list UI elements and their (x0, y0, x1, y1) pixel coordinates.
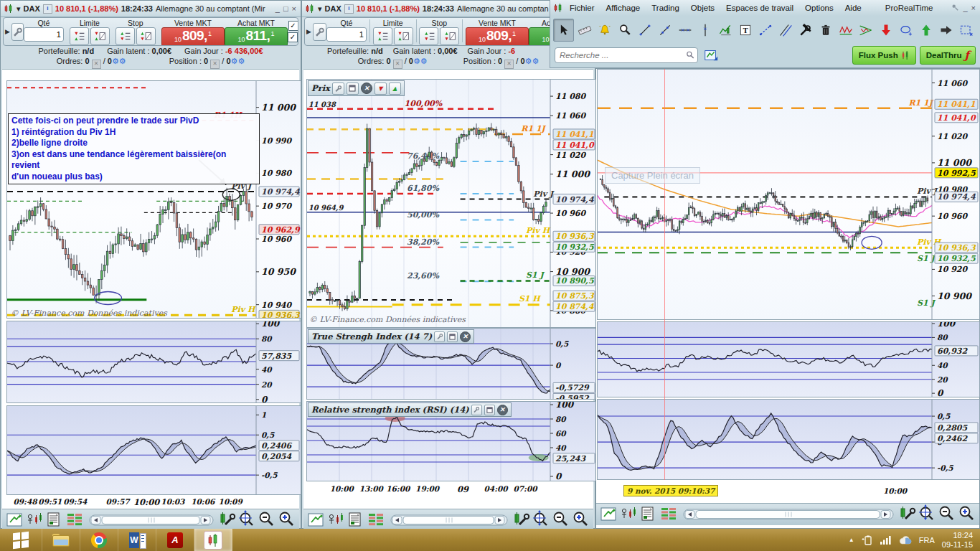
prix-buy-button[interactable]: ▲ (389, 83, 401, 95)
menu-espaces[interactable]: Espaces de travail (721, 2, 798, 14)
prix-settings-button[interactable] (332, 83, 344, 95)
buy-limit-order-button[interactable] (70, 27, 89, 45)
orders-gear-icon[interactable]: ⚙⚙ (112, 57, 126, 65)
right-tsi-chart[interactable]: 0,50-0,50,28050,2462 (597, 399, 980, 480)
detach-chart-button[interactable] (601, 508, 616, 520)
parallel-lines-tool-button[interactable] (776, 19, 795, 41)
right-price-chart[interactable]: R1 1JPiv JPiv HS1 JS1 J11 06011 02011 00… (597, 69, 980, 320)
chart-settings-button[interactable] (901, 507, 915, 519)
delete-tool-button[interactable] (816, 19, 835, 41)
cursor-tool-button[interactable] (553, 19, 574, 42)
qty-input[interactable] (326, 27, 367, 42)
chart-settings-button[interactable] (515, 512, 529, 524)
minimize-button[interactable]: _ (963, 4, 967, 12)
tsi-close-button[interactable]: ✕ (460, 331, 471, 342)
dealthru-button[interactable]: DealThru ƒ (920, 46, 976, 65)
alert-tool-button[interactable] (595, 19, 614, 41)
news-button[interactable] (48, 513, 59, 526)
sell-limit-order-button[interactable] (90, 27, 110, 45)
menu-objets[interactable]: Objets (686, 2, 720, 14)
vertical-line-tool-button[interactable] (695, 19, 715, 41)
left-titlebar[interactable]: ▾ DAX i 10 810,1 (-1,88%) 18:24:33 Allem… (1, 1, 301, 17)
segment-tool-button[interactable] (755, 19, 775, 41)
trade-note-annotation[interactable]: Cette fois-ci on peut prendre le trade s… (8, 113, 260, 184)
collapse-arrow-icon[interactable]: ▶ (4, 18, 11, 45)
buy-limit-order-button[interactable] (373, 27, 392, 45)
network-signal-icon[interactable] (880, 535, 892, 545)
menu-aide[interactable]: Aide (840, 2, 867, 14)
horizontal-scrollbar[interactable] (684, 509, 893, 519)
search-box[interactable] (555, 47, 698, 63)
info-icon[interactable]: i (43, 4, 52, 14)
flux-push-button[interactable]: Flux Push (852, 46, 916, 65)
zone-tool-button[interactable] (956, 19, 976, 41)
buy-market-button[interactable]: 10811,1 (225, 27, 288, 46)
minimize-button[interactable]: _ (275, 4, 280, 13)
zoom-tool-button[interactable] (615, 19, 634, 41)
word-button[interactable]: W (118, 529, 156, 551)
onedrive-cloud-icon[interactable] (899, 536, 912, 545)
close-button[interactable]: × (971, 4, 976, 12)
close-position-icon[interactable]: ✕ (210, 60, 220, 69)
prix-window-button[interactable] (347, 83, 359, 95)
pin-icon[interactable] (951, 4, 959, 11)
instrument-link-button[interactable] (622, 507, 636, 518)
left-tsi-chart[interactable]: 10,5-0,50,24060,2054 (6, 405, 301, 495)
clock[interactable]: 18:24 09-11-15 (942, 531, 973, 550)
instrument-link-button[interactable] (329, 513, 343, 524)
tsi-titlebar[interactable]: True Strengh Index (14 7) ✕ (308, 329, 474, 344)
arrow-down-tool-button[interactable] (876, 19, 895, 41)
sell-stop-order-button[interactable] (440, 27, 459, 45)
detach-chart-button[interactable] (7, 514, 22, 526)
cancel-orders-icon[interactable]: ✕ (92, 60, 101, 69)
zoom-out-button[interactable] (555, 513, 567, 526)
zoom-range-button[interactable] (533, 510, 547, 526)
tools-button[interactable] (796, 19, 815, 41)
zoom-range-button[interactable] (919, 504, 933, 520)
orderbook-button[interactable] (67, 514, 82, 525)
orderbook-button[interactable] (369, 514, 383, 525)
middle-price-chart[interactable]: 100,00%11 038R1 1J76,40%61,80%Piv J10 96… (306, 79, 597, 328)
sell-stop-order-button[interactable] (136, 27, 156, 45)
open-chart-button[interactable] (702, 46, 720, 65)
chart-settings-button[interactable] (221, 512, 235, 524)
menu-affichage[interactable]: Affichage (601, 2, 646, 14)
maximize-button[interactable]: □ (283, 4, 288, 13)
prix-window-titlebar[interactable]: Prix ✕ ▼ ▲ (308, 80, 405, 96)
close-button[interactable]: × (292, 4, 296, 13)
position-gear-icon[interactable]: ⚙⚙ (231, 57, 245, 65)
prix-close-button[interactable]: ✕ (361, 83, 372, 94)
rsi-settings-button[interactable] (471, 405, 482, 415)
menu-trading[interactable]: Trading (646, 2, 684, 14)
zoom-range-button[interactable] (239, 510, 253, 526)
order-settings-button[interactable] (313, 23, 326, 41)
chart-objects-tool-button[interactable] (715, 19, 735, 41)
qty-input[interactable] (24, 27, 64, 42)
left-rsi-chart[interactable]: 100804020057,835 (6, 321, 301, 403)
instrument-link-button[interactable] (28, 513, 42, 524)
horizontal-scrollbar[interactable] (391, 515, 507, 525)
order-checkbox[interactable]: ✓O (288, 32, 298, 43)
acrobat-button[interactable]: A (156, 529, 194, 551)
zoom-in-button[interactable] (575, 513, 588, 526)
trend-line-tool-button[interactable] (655, 19, 674, 41)
sell-market-button[interactable]: 10809,1 (466, 27, 529, 46)
stop-checkbox[interactable]: ✓S (288, 20, 298, 32)
text-tool-button[interactable]: T (735, 19, 755, 41)
language-indicator[interactable]: FRA (919, 536, 935, 545)
menu-options[interactable]: Options (800, 2, 839, 14)
pattern-triangle-button[interactable] (856, 19, 875, 41)
search-input[interactable] (555, 47, 698, 63)
sell-market-button[interactable]: 10809,1 (161, 27, 225, 46)
pattern-zigzag-button[interactable] (836, 19, 855, 41)
tsi-settings-button[interactable] (434, 331, 445, 342)
horizontal-line-tool-button[interactable] (675, 19, 694, 41)
symbol-dropdown-icon[interactable]: ▾ (17, 4, 21, 14)
zoom-out-button[interactable] (941, 507, 953, 520)
prix-sell-button[interactable]: ▼ (374, 83, 387, 95)
prorealtime-taskbar-button[interactable] (194, 529, 232, 551)
zoom-in-button[interactable] (281, 513, 293, 526)
ellipse-tool-button[interactable] (896, 19, 915, 41)
trend-point-tool-button[interactable] (635, 19, 654, 41)
ruler-tool-button[interactable] (575, 19, 594, 41)
